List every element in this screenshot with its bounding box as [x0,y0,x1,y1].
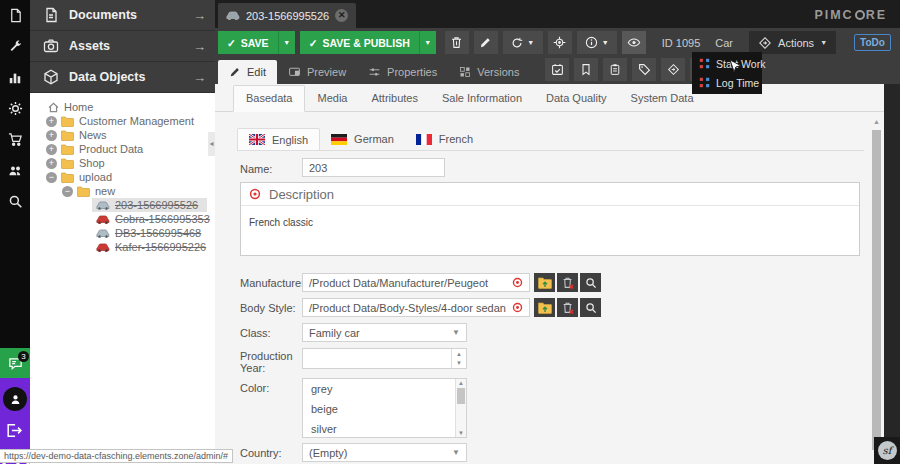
production-year-label: Production Year: [240,350,296,374]
save-button[interactable]: ✓ SAVE [218,31,278,54]
user-avatar-button[interactable] [3,387,27,411]
manufacturer-search-button[interactable] [580,273,601,292]
manufacturer-upload-button[interactable] [534,273,555,292]
symfony-profiler-toggle[interactable]: sf [874,437,900,464]
sidebar-section-data-objects[interactable]: Data Objects → [30,62,215,93]
actions-button[interactable]: Actions ▼ [749,31,836,54]
notifications-button[interactable]: 3 [0,348,30,378]
body-style-remove-button[interactable] [557,298,578,317]
activity-customers-button[interactable] [0,155,30,186]
chevron-down-icon: ▼ [527,39,534,46]
content-scroll-up-icon[interactable]: ▲ [873,118,880,125]
description-editor[interactable]: French classic [241,206,859,255]
save-dropdown-button[interactable]: ▼ [278,31,295,54]
reload-button-group[interactable]: ▼ [503,31,543,54]
activity-ecommerce-button[interactable] [0,124,30,155]
tab-attributes[interactable]: Attributes [359,86,429,111]
name-input[interactable] [302,158,445,177]
manufacturer-input[interactable]: /Product Data/Manufacturer/Peugeot [302,273,530,292]
save-publish-dropdown-button[interactable]: ▼ [419,31,436,54]
sidebar-collapse-handle[interactable]: ◂ [208,132,215,156]
scroll-down-icon[interactable]: ▼ [456,430,466,436]
sidebar-section-assets[interactable]: Assets → [30,31,215,62]
scroll-thumb[interactable] [457,388,465,404]
tab-language-english[interactable]: English [237,128,320,150]
name-label: Name: [240,163,272,175]
tree-item-cobra[interactable]: Cobra-1566995353 [30,212,215,226]
collapse-minus-icon[interactable]: − [46,172,57,183]
color-listbox-scrollbar[interactable]: ▲ ▼ [455,379,466,437]
info-button-group[interactable]: ▼ [577,31,617,54]
trash-x-icon [561,276,575,290]
close-icon[interactable]: ✕ [335,9,348,22]
manufacturer-remove-button[interactable] [557,273,578,292]
production-year-input[interactable]: ▲ ▼ [302,348,467,369]
tab-edit[interactable]: Edit [218,60,277,84]
body-style-upload-button[interactable] [534,298,555,317]
notes-events-button[interactable] [603,58,627,81]
activity-settings-button[interactable] [0,93,30,124]
color-option-silver[interactable]: silver [303,419,466,439]
collapse-minus-icon[interactable]: − [62,186,73,197]
spinner-up-icon[interactable]: ▲ [452,349,466,359]
activity-file-button[interactable] [0,0,30,31]
color-option-grey[interactable]: grey [303,379,466,399]
expand-plus-icon[interactable]: + [46,144,57,155]
expand-plus-icon[interactable]: + [46,116,57,127]
save-publish-button[interactable]: ✓ SAVE & PUBLISH [300,31,419,54]
sidebar-section-documents[interactable]: Documents → [30,0,215,31]
tab-language-french[interactable]: French [405,128,484,150]
tab-data-quality[interactable]: Data Quality [534,86,619,111]
activity-search-button[interactable] [0,186,30,217]
menu-item-log-time[interactable]: Log Time [692,73,762,92]
activity-tools-button[interactable] [0,31,30,62]
tab-media[interactable]: Media [305,86,359,111]
rename-button[interactable] [474,31,498,54]
tree-item-news[interactable]: + News [30,128,215,142]
tree-item-db3[interactable]: DB3-1566995468 [30,226,215,240]
open-preview-button[interactable] [622,31,646,54]
expand-plus-icon[interactable]: + [46,158,57,169]
country-select[interactable]: (Empty) ▼ [302,443,467,462]
main-area: 203-1566995526 ✕ PIMCRE ✓ SAVE ▼ ✓ SAVE … [215,0,900,464]
arrow-right-icon: → [193,39,206,54]
content-scrollbar-thumb[interactable] [872,130,881,450]
tree-item-203[interactable]: 203-1566995526 [30,198,215,212]
activity-reports-button[interactable] [0,62,30,93]
logout-button[interactable] [5,422,22,439]
tree-item-shop[interactable]: + Shop [30,156,215,170]
spinner-buttons: ▲ ▼ [451,349,466,368]
tree-item-home[interactable]: Home [30,100,215,114]
tree-item-new[interactable]: − new [30,184,215,198]
tree-item-kafer[interactable]: Kafer-1566995226 [30,240,215,254]
scroll-up-icon[interactable]: ▲ [456,380,466,386]
workflow-button[interactable] [661,58,685,81]
schedule-button[interactable] [545,58,569,81]
class-select[interactable]: Family car ▼ [302,323,467,342]
tab-properties[interactable]: Properties [357,60,448,84]
color-listbox[interactable]: grey beige silver ▲ ▼ [302,378,467,438]
tab-language-german[interactable]: German [320,128,405,150]
tree-item-upload[interactable]: − upload [30,170,215,184]
bookmark-button[interactable] [574,58,598,81]
tab-preview[interactable]: Preview [277,60,357,84]
expand-plus-icon[interactable]: + [46,130,57,141]
tab-sale-information[interactable]: Sale Information [430,86,534,111]
menu-item-start-work[interactable]: Start Work [692,54,762,73]
sidebar: Documents → Assets → Data Objects → Home… [30,0,215,464]
activity-bar: 3 [0,0,30,464]
body-style-input[interactable]: /Product Data/Body-Styles/4-door sedan [302,298,530,317]
save-publish-button-group: ✓ SAVE & PUBLISH ▼ [300,31,436,54]
tab-basedata[interactable]: Basedata [233,85,305,112]
body-style-search-button[interactable] [580,298,601,317]
folder-icon [61,116,74,127]
locate-in-tree-button[interactable] [548,31,572,54]
tree-item-customer-management[interactable]: + Customer Management [30,114,215,128]
tags-button[interactable] [632,58,656,81]
tab-versions[interactable]: Versions [448,60,530,84]
delete-button[interactable] [445,31,469,54]
color-option-beige[interactable]: beige [303,399,466,419]
tree-item-product-data[interactable]: + Product Data [30,142,215,156]
object-tab[interactable]: 203-1566995526 ✕ [218,3,356,28]
spinner-down-icon[interactable]: ▼ [452,359,466,369]
